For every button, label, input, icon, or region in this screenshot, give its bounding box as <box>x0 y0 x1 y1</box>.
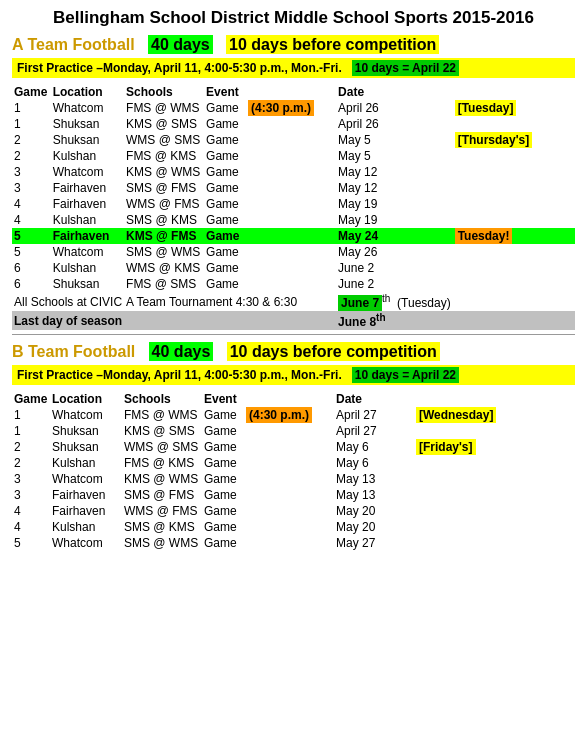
table-row: 3WhatcomKMS @ WMSGameMay 13 <box>12 471 575 487</box>
team-b-days-badge: 40 days <box>149 342 214 361</box>
cell-3: Game <box>204 196 246 212</box>
team-a-section: A Team Football 40 days 10 days before c… <box>12 36 575 330</box>
cell-2: FMS @ WMS <box>122 407 202 423</box>
cell-2: WMS @ FMS <box>124 196 204 212</box>
section-divider <box>12 334 575 335</box>
cell-extra <box>246 228 336 244</box>
last-day-empty-a <box>453 311 575 330</box>
cell-date: May 24 <box>336 228 453 244</box>
team-b-name-text: B Team Football <box>12 343 135 360</box>
cell-extra <box>246 276 336 292</box>
cell-2: FMS @ KMS <box>124 148 204 164</box>
table-row: 6ShuksanFMS @ SMSGameJune 2 <box>12 276 575 292</box>
team-b-competition-badge: 10 days before competition <box>227 342 440 361</box>
cell-1: Whatcom <box>51 244 124 260</box>
team-a-competition-badge: 10 days before competition <box>226 35 439 54</box>
last-day-date-a: June 8th <box>336 311 453 330</box>
table-row: 1ShuksanKMS @ SMSGameApril 26 <box>12 116 575 132</box>
cell-2: SMS @ KMS <box>124 212 204 228</box>
cell-badge <box>453 260 575 276</box>
cell-badge: [Wednesday] <box>414 407 575 423</box>
cell-2: WMS @ KMS <box>124 260 204 276</box>
cell-extra: (4:30 p.m.) <box>244 407 334 423</box>
cell-badge <box>414 455 575 471</box>
cell-date: May 20 <box>334 519 414 535</box>
cell-extra <box>244 471 334 487</box>
col-header-date-a: Date <box>336 84 453 100</box>
cell-2: WMS @ FMS <box>122 503 202 519</box>
cell-2: FMS @ KMS <box>122 455 202 471</box>
cell-1: Whatcom <box>50 407 122 423</box>
cell-extra <box>246 116 336 132</box>
cell-0: 2 <box>12 455 50 471</box>
cell-date: May 5 <box>336 132 453 148</box>
tournament-row-a: All Schools at CIVIC A Team Tournament 4… <box>12 292 575 311</box>
cell-1: Whatcom <box>51 164 124 180</box>
table-row: 2ShuksanWMS @ SMSGameMay 5[Thursday's] <box>12 132 575 148</box>
cell-date: May 6 <box>334 455 414 471</box>
cell-extra <box>246 260 336 276</box>
cell-1: Shuksan <box>50 423 122 439</box>
col-header-date-b: Date <box>334 391 414 407</box>
cell-3: Game <box>202 519 244 535</box>
cell-badge <box>414 535 575 551</box>
table-row: 3FairhavenSMS @ FMSGameMay 13 <box>12 487 575 503</box>
cell-extra <box>246 180 336 196</box>
cell-1: Kulshan <box>50 519 122 535</box>
cell-badge <box>453 116 575 132</box>
cell-3: Game <box>204 244 246 260</box>
cell-3: Game <box>204 148 246 164</box>
cell-badge <box>453 164 575 180</box>
team-b-table: Game Location Schools Event Date 1Whatco… <box>12 391 575 551</box>
cell-2: KMS @ WMS <box>124 164 204 180</box>
cell-1: Whatcom <box>50 471 122 487</box>
cell-0: 5 <box>12 535 50 551</box>
cell-1: Fairhaven <box>51 196 124 212</box>
table-row: 3FairhavenSMS @ FMSGameMay 12 <box>12 180 575 196</box>
cell-3: Game <box>204 116 246 132</box>
cell-2: WMS @ SMS <box>124 132 204 148</box>
table-row: 2KulshanFMS @ KMSGameMay 5 <box>12 148 575 164</box>
cell-extra <box>244 439 334 455</box>
cell-date: May 13 <box>334 487 414 503</box>
cell-2: FMS @ WMS <box>124 100 204 116</box>
cell-1: Kulshan <box>51 148 124 164</box>
cell-1: Shuksan <box>51 116 124 132</box>
cell-0: 6 <box>12 276 51 292</box>
cell-0: 1 <box>12 407 50 423</box>
cell-badge <box>414 471 575 487</box>
cell-0: 5 <box>12 228 51 244</box>
cell-1: Fairhaven <box>50 487 122 503</box>
table-row: 2KulshanFMS @ KMSGameMay 6 <box>12 455 575 471</box>
cell-date: April 26 <box>336 116 453 132</box>
cell-2: SMS @ FMS <box>122 487 202 503</box>
last-day-row-a: Last day of season June 8th <box>12 311 575 330</box>
team-a-practice-text: First Practice –Monday, April 11, 4:00-5… <box>17 61 342 75</box>
cell-date: May 12 <box>336 164 453 180</box>
cell-0: 1 <box>12 116 51 132</box>
cell-2: KMS @ SMS <box>124 116 204 132</box>
cell-3: Game <box>204 228 246 244</box>
cell-2: KMS @ SMS <box>122 423 202 439</box>
col-header-location-a: Location <box>51 84 124 100</box>
page-title: Bellingham School District Middle School… <box>12 8 575 28</box>
table-row: 3WhatcomKMS @ WMSGameMay 12 <box>12 164 575 180</box>
cell-0: 3 <box>12 471 50 487</box>
cell-0: 4 <box>12 196 51 212</box>
cell-date: May 20 <box>334 503 414 519</box>
cell-0: 3 <box>12 180 51 196</box>
col-header-event-a: Event <box>204 84 246 100</box>
cell-3: Game <box>204 276 246 292</box>
col-header-game-a: Game <box>12 84 51 100</box>
cell-3: Game <box>202 487 244 503</box>
cell-1: Whatcom <box>51 100 124 116</box>
cell-1: Kulshan <box>51 212 124 228</box>
cell-badge <box>453 180 575 196</box>
cell-date: May 5 <box>336 148 453 164</box>
cell-2: SMS @ KMS <box>122 519 202 535</box>
cell-badge <box>453 276 575 292</box>
cell-0: 1 <box>12 423 50 439</box>
cell-1: Fairhaven <box>50 503 122 519</box>
cell-0: 3 <box>12 164 51 180</box>
table-row: 1ShuksanKMS @ SMSGameApril 27 <box>12 423 575 439</box>
